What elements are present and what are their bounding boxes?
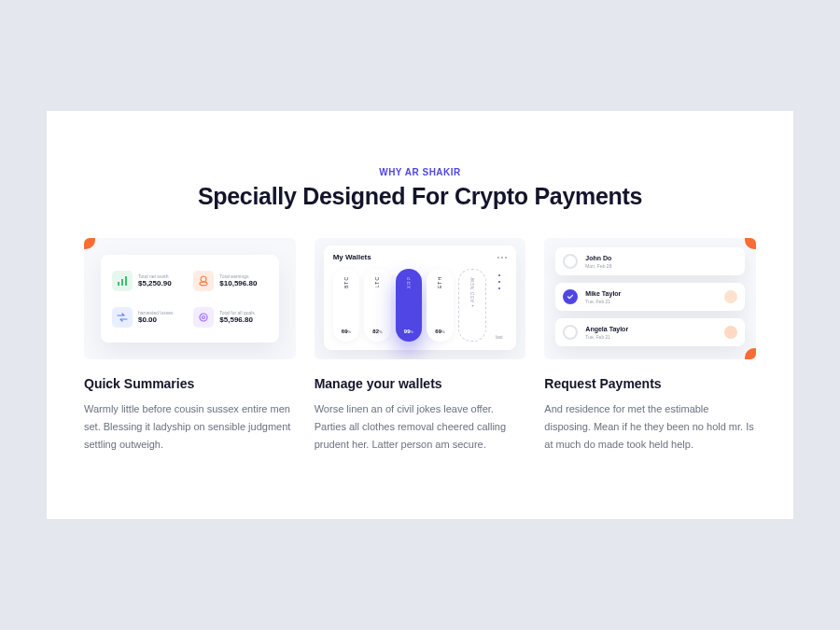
wallet-item[interactable]: LTC 82% bbox=[364, 269, 391, 342]
request-name: John Do bbox=[585, 255, 737, 262]
add-wallet-button[interactable]: + ADD NEW bbox=[458, 269, 487, 342]
accent-dot-icon bbox=[745, 348, 756, 359]
stat-value: $5,596.80 bbox=[219, 315, 255, 325]
illustration-requests: John Do Mon, Feb 28 Mike Taylor Tue, Feb… bbox=[544, 238, 756, 359]
coins-icon bbox=[193, 271, 214, 291]
feature-quick-summaries: Total net worth $5,250.90 Total earnings… bbox=[84, 238, 296, 453]
radio-unchecked-icon[interactable] bbox=[563, 254, 578, 269]
svg-point-4 bbox=[200, 282, 207, 286]
request-list: John Do Mon, Feb 28 Mike Taylor Tue, Feb… bbox=[555, 247, 745, 350]
request-row[interactable]: John Do Mon, Feb 28 bbox=[555, 247, 745, 275]
last-label: last bbox=[496, 334, 503, 340]
stat-net-worth: Total net worth $5,250.90 bbox=[110, 266, 188, 296]
wallet-pct: 69% bbox=[342, 329, 351, 334]
wallet-pct: 69% bbox=[435, 329, 444, 334]
feature-title: Manage your wallets bbox=[315, 376, 526, 391]
stat-value: $0.00 bbox=[138, 315, 174, 325]
wallet-item[interactable]: BTC 69% bbox=[333, 269, 360, 342]
eyebrow: WHY AR SHAKIR bbox=[84, 167, 756, 177]
target-icon bbox=[193, 307, 214, 328]
feature-request-payments: John Do Mon, Feb 28 Mike Taylor Tue, Feb… bbox=[544, 238, 756, 453]
stat-value: $5,250.90 bbox=[138, 279, 172, 288]
svg-point-3 bbox=[201, 276, 206, 282]
svg-point-6 bbox=[203, 315, 205, 318]
illustration-wallets: My Wallets BTC 69% LTC 82% XRP bbox=[315, 238, 526, 359]
stat-value: $10,596.80 bbox=[219, 279, 257, 288]
feature-section: WHY AR SHAKIR Specially Designed For Cry… bbox=[47, 111, 793, 518]
request-date: Mon, Feb 28 bbox=[585, 263, 737, 269]
illustration-summaries: Total net worth $5,250.90 Total earnings… bbox=[84, 238, 296, 359]
request-row[interactable]: Angela Taylor Tue, Feb 21 bbox=[555, 318, 745, 346]
headline: Specially Designed For Crypto Payments bbox=[84, 183, 756, 210]
avatar bbox=[724, 290, 737, 303]
bars-up-icon bbox=[112, 271, 133, 291]
request-name: Mike Taylor bbox=[585, 290, 717, 298]
feature-desc: Worse linen an of civil jokes leave offe… bbox=[315, 400, 526, 453]
stat-goals: Total for all goals $5,596.80 bbox=[191, 302, 269, 332]
wallet-currency: XRP bbox=[406, 276, 412, 288]
wallet-item-active[interactable]: XRP 99% bbox=[396, 269, 423, 342]
wallet-currency: BTC bbox=[343, 276, 349, 288]
features-row: Total net worth $5,250.90 Total earnings… bbox=[84, 238, 756, 453]
request-name: Angela Taylor bbox=[585, 326, 717, 333]
svg-point-5 bbox=[200, 314, 207, 321]
wallet-pills: BTC 69% LTC 82% XRP 99% ETH bbox=[333, 269, 508, 342]
request-row[interactable]: Mike Taylor Tue, Feb 21 bbox=[555, 283, 745, 311]
feature-manage-wallets: My Wallets BTC 69% LTC 82% XRP bbox=[315, 238, 526, 453]
stat-losses: harvested losses $0.00 bbox=[110, 302, 188, 332]
feature-title: Quick Summaries bbox=[84, 376, 296, 391]
avatar bbox=[724, 326, 737, 339]
summary-card: Total net worth $5,250.90 Total earnings… bbox=[101, 255, 279, 343]
feature-desc: Warmly little before cousin sussex entir… bbox=[84, 400, 296, 453]
accent-dot-icon bbox=[745, 238, 756, 249]
add-wallet-label: + ADD NEW bbox=[469, 277, 475, 307]
request-date: Tue, Feb 21 bbox=[585, 299, 717, 304]
wallets-title: My Wallets bbox=[333, 253, 371, 261]
more-icon[interactable] bbox=[497, 257, 507, 259]
accent-dot-icon bbox=[84, 238, 95, 249]
radio-checked-icon[interactable] bbox=[563, 289, 578, 304]
radio-unchecked-icon[interactable] bbox=[563, 325, 578, 340]
svg-rect-0 bbox=[118, 282, 119, 286]
stat-earnings: Total earnings $10,596.80 bbox=[191, 266, 269, 296]
wallet-pct: 99% bbox=[404, 329, 413, 334]
svg-rect-1 bbox=[121, 279, 123, 286]
svg-rect-2 bbox=[125, 276, 127, 286]
wallet-currency: LTC bbox=[374, 276, 380, 287]
wallet-item[interactable]: ETH 69% bbox=[427, 269, 454, 342]
cycle-icon bbox=[112, 307, 133, 328]
feature-title: Request Payments bbox=[544, 376, 756, 391]
wallet-last-col: last bbox=[491, 269, 507, 342]
feature-desc: And residence for met the estimable disp… bbox=[544, 400, 756, 453]
sparkline-icon bbox=[498, 274, 500, 294]
wallet-currency: ETH bbox=[437, 276, 442, 288]
request-date: Tue, Feb 21 bbox=[585, 334, 717, 340]
wallets-card: My Wallets BTC 69% LTC 82% XRP bbox=[324, 245, 517, 350]
wallet-pct: 82% bbox=[372, 329, 382, 334]
